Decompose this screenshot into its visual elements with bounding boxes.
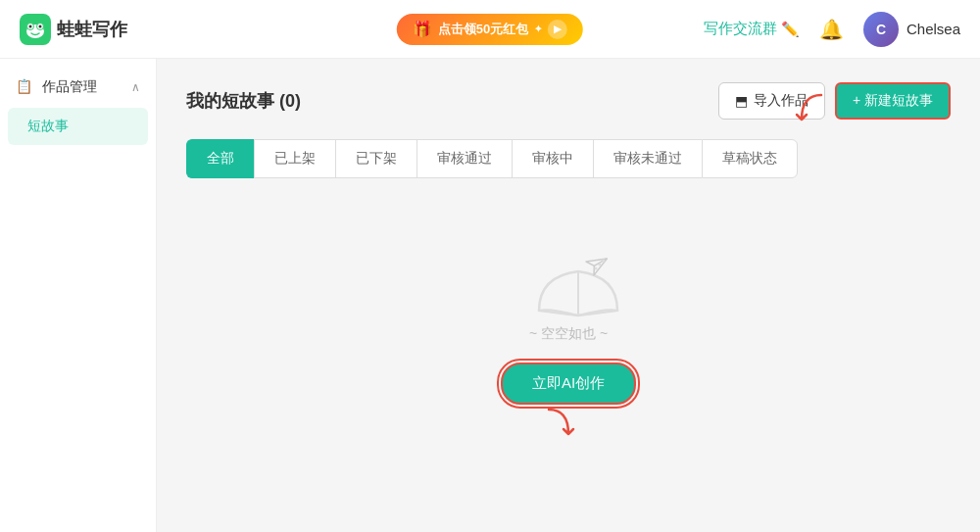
tab-on-shelf-label: 已上架 xyxy=(274,150,316,166)
sidebar-section-header-works[interactable]: 📋 作品管理 ∧ xyxy=(0,69,156,106)
avatar-image: C xyxy=(863,12,899,47)
chevron-up-icon: ∧ xyxy=(131,80,140,94)
import-icon: ⬒ xyxy=(735,93,748,109)
empty-state: ~ 空空如也 ~ 立即AI创作 xyxy=(186,208,951,424)
main-content: 我的短故事 (0) ⬒ 导入作品 + 新建短故事 全部 已上架 已下架 xyxy=(157,59,980,532)
sidebar-section-label: 作品管理 xyxy=(42,78,97,94)
star-icon: ✦ xyxy=(534,24,542,34)
header-right: 写作交流群 ✏️ 🔔 C Chelsea xyxy=(704,12,960,47)
tab-draft[interactable]: 草稿状态 xyxy=(702,139,798,178)
arrow-indicator xyxy=(539,405,598,454)
ai-create-label: 立即AI创作 xyxy=(532,374,605,391)
bell-icon[interactable]: 🔔 xyxy=(819,18,844,41)
header: 蛙蛙写作 🎁 点击领50元红包 ✦ ▶ 写作交流群 ✏️ 🔔 C Chelsea xyxy=(0,0,980,59)
sidebar-section-works: 📋 作品管理 ∧ 短故事 xyxy=(0,69,156,145)
promo-banner-container: 🎁 点击领50元红包 ✦ ▶ xyxy=(397,14,583,45)
tab-rejected-label: 审核未通过 xyxy=(613,150,682,166)
tab-all[interactable]: 全部 xyxy=(186,139,254,178)
user-name: Chelsea xyxy=(906,21,960,37)
pen-icon: ✏️ xyxy=(781,21,800,38)
empty-book-icon xyxy=(529,247,608,315)
svg-point-8 xyxy=(603,260,606,263)
import-label: 导入作品 xyxy=(754,92,808,110)
tab-reviewing[interactable]: 审核中 xyxy=(512,139,593,178)
tab-on-shelf[interactable]: 已上架 xyxy=(254,139,335,178)
ai-create-button[interactable]: 立即AI创作 xyxy=(501,363,636,405)
svg-point-5 xyxy=(39,24,42,27)
sidebar-item-short-story-label: 短故事 xyxy=(27,118,69,133)
tab-rejected[interactable]: 审核未通过 xyxy=(593,139,702,178)
tab-draft-label: 草稿状态 xyxy=(722,150,777,166)
user-avatar[interactable]: C Chelsea xyxy=(863,12,960,47)
svg-point-7 xyxy=(599,264,602,266)
tab-off-shelf[interactable]: 已下架 xyxy=(335,139,416,178)
promo-banner[interactable]: 🎁 点击领50元红包 ✦ ▶ xyxy=(397,14,583,45)
tab-reviewing-label: 审核中 xyxy=(532,150,573,166)
svg-point-6 xyxy=(595,267,598,270)
new-label: + 新建短故事 xyxy=(853,92,933,110)
sidebar-item-short-story[interactable]: 短故事 xyxy=(8,108,148,145)
play-icon: ▶ xyxy=(548,20,567,39)
tab-all-label: 全部 xyxy=(207,150,234,166)
logo[interactable]: 蛙蛙写作 xyxy=(20,14,127,45)
page-header: 我的短故事 (0) ⬒ 导入作品 + 新建短故事 xyxy=(186,82,951,120)
header-actions: ⬒ 导入作品 + 新建短故事 xyxy=(718,82,951,120)
new-short-story-button[interactable]: + 新建短故事 xyxy=(835,82,951,120)
sidebar: 📋 作品管理 ∧ 短故事 xyxy=(0,59,157,532)
tab-approved[interactable]: 审核通过 xyxy=(416,139,512,178)
tabs-bar: 全部 已上架 已下架 审核通过 审核中 审核未通过 草稿状态 xyxy=(186,139,951,178)
main-layout: 📋 作品管理 ∧ 短故事 我的短故事 (0) ⬒ 导入作品 + 新建短故事 xyxy=(0,59,980,532)
tab-off-shelf-label: 已下架 xyxy=(356,150,397,166)
writing-group-label: 写作交流群 xyxy=(704,20,777,38)
tab-approved-label: 审核通过 xyxy=(437,150,492,166)
promo-text: 点击领50元红包 xyxy=(438,21,528,38)
import-button[interactable]: ⬒ 导入作品 xyxy=(718,82,825,120)
logo-text: 蛙蛙写作 xyxy=(57,18,127,41)
svg-point-4 xyxy=(29,24,32,27)
book-icon: 📋 xyxy=(16,78,32,94)
writing-group-link[interactable]: 写作交流群 ✏️ xyxy=(704,20,800,38)
frog-logo-icon xyxy=(20,14,51,45)
page-title: 我的短故事 (0) xyxy=(186,89,301,113)
